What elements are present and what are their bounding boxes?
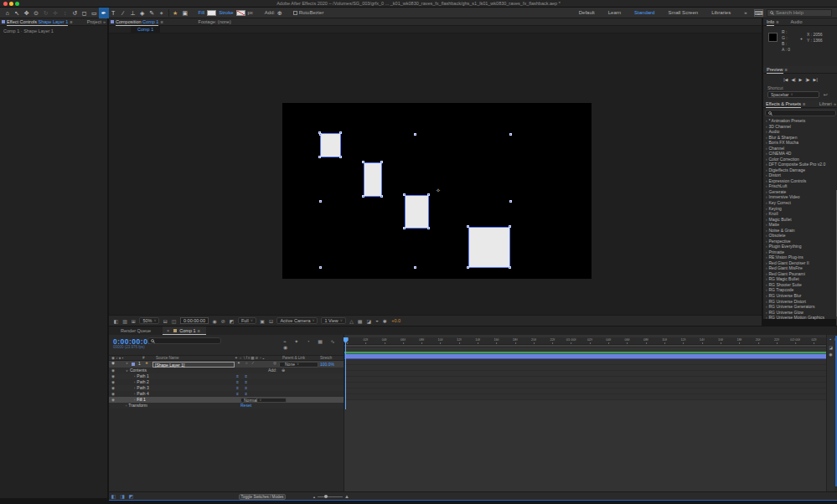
twirl-icon[interactable]: › bbox=[766, 157, 767, 162]
previous-frame-button[interactable]: ◀| bbox=[791, 77, 795, 82]
twirl-icon[interactable]: › bbox=[766, 244, 767, 249]
twirl-icon[interactable]: › bbox=[766, 207, 767, 211]
tab-info[interactable]: Info bbox=[767, 18, 774, 26]
twirl-icon[interactable]: › bbox=[766, 212, 767, 216]
path-toggle-icons[interactable]: ≡ ≡ bbox=[236, 391, 250, 397]
twirl-icon[interactable]: › bbox=[766, 168, 767, 172]
add-label[interactable]: Add: bbox=[265, 10, 275, 15]
exposure-value[interactable]: +0.0 bbox=[391, 318, 400, 323]
tab-preview[interactable]: Preview bbox=[767, 66, 783, 74]
twirl-icon[interactable]: › bbox=[766, 250, 767, 255]
effects-category[interactable]: ›RG Universe Motion Graphics bbox=[763, 315, 835, 321]
zoom-out-mountain-icon[interactable]: ▲ bbox=[313, 495, 316, 499]
twirl-icon[interactable]: › bbox=[766, 173, 767, 177]
expand-render-icon[interactable]: ◨ bbox=[120, 494, 125, 499]
reset-link[interactable]: Reset bbox=[240, 403, 251, 409]
shape-star-icon[interactable]: ★ bbox=[171, 8, 181, 18]
twirl-icon[interactable]: › bbox=[766, 162, 767, 167]
roto-brush-tool[interactable]: ✎ bbox=[147, 8, 158, 18]
stroke-swatch[interactable] bbox=[236, 10, 245, 16]
twirl-icon[interactable]: › bbox=[766, 201, 767, 205]
layer-row-shape-layer-1[interactable]: ◉ ∨ 1 ★ [Shape Layer 1] ✦ ☼ ∕ ◎ None ˅ 1… bbox=[109, 361, 344, 368]
tab-render-queue[interactable]: Render Queue bbox=[121, 328, 151, 333]
twirl-icon[interactable]: › bbox=[766, 184, 767, 188]
twirl-icon[interactable]: › bbox=[766, 294, 767, 298]
panel-menu-icon[interactable]: ≡ bbox=[776, 19, 778, 24]
work-area-bar[interactable] bbox=[344, 345, 830, 347]
grid-guides-icon[interactable]: ⊟ bbox=[163, 318, 168, 324]
workspace-standard[interactable]: Standard bbox=[634, 10, 654, 15]
twirl-icon[interactable]: › bbox=[766, 119, 767, 123]
row-path-1[interactable]: ◉›Path 1≡ ≡ bbox=[109, 373, 344, 379]
path-toggle-icons[interactable]: ≡ ≡ bbox=[236, 373, 250, 379]
twirl-icon[interactable]: › bbox=[766, 261, 767, 265]
layer-switches[interactable]: ✦ ☼ ∕ bbox=[237, 361, 255, 365]
close-window-icon[interactable] bbox=[3, 2, 8, 6]
rectangle-tool[interactable]: ▭ bbox=[90, 8, 100, 18]
pixel-aspect-icon[interactable]: ▥ bbox=[122, 318, 127, 324]
twirl-icon[interactable]: › bbox=[766, 234, 767, 238]
visibility-icon[interactable]: ◉ bbox=[111, 397, 115, 403]
row-path-4[interactable]: ◉›Path 4≡ ≡ bbox=[109, 391, 344, 397]
tab-effects-presets[interactable]: Effects & Presets bbox=[766, 100, 801, 108]
parent-pickwhip-icon[interactable]: ◎ bbox=[273, 361, 276, 365]
puppet-pin-tool[interactable]: ⌖ bbox=[157, 8, 167, 18]
workspace-overflow-icon[interactable]: » bbox=[744, 10, 747, 15]
composition-viewer[interactable]: ✧ bbox=[109, 33, 762, 315]
pixel-aspect-correction-icon[interactable]: △ bbox=[349, 318, 354, 324]
tab-project[interactable]: Project bbox=[87, 19, 101, 24]
visibility-icon[interactable]: ◉ bbox=[111, 385, 115, 391]
expand-transfer-icon[interactable]: ◩ bbox=[129, 494, 134, 499]
panel-overflow-icon[interactable]: » bbox=[834, 101, 836, 106]
blend-mode-dropdown[interactable]: Normal ˅ bbox=[240, 398, 287, 403]
workspace-libraries[interactable]: Libraries bbox=[711, 10, 731, 15]
twirl-icon[interactable]: › bbox=[766, 288, 767, 292]
twirl-icon[interactable]: › bbox=[134, 398, 135, 402]
flowchart-icon[interactable]: ◒ bbox=[375, 318, 379, 323]
tab-effect-controls[interactable]: Effect Controls Shape Layer 1 bbox=[7, 18, 68, 26]
panel-menu-icon[interactable]: ≡ bbox=[198, 328, 200, 333]
zoom-window-icon[interactable] bbox=[15, 2, 19, 6]
snapshot-icon[interactable]: ◉ bbox=[212, 318, 216, 324]
always-preview-icon[interactable]: ◧ bbox=[114, 318, 119, 324]
fill-swatch[interactable] bbox=[207, 10, 216, 16]
panel-overflow-icon[interactable]: » bbox=[103, 19, 106, 24]
zoom-thumb[interactable] bbox=[324, 495, 328, 498]
workspace-default[interactable]: Default bbox=[579, 10, 595, 15]
last-frame-button[interactable]: ▶| bbox=[814, 77, 818, 82]
twirl-icon[interactable]: › bbox=[766, 141, 767, 145]
twirl-icon[interactable]: › bbox=[134, 374, 135, 378]
magnification-icon[interactable]: ⊞ bbox=[132, 318, 136, 324]
layer-visibility-icon[interactable]: ◉ bbox=[111, 361, 115, 365]
home-tool[interactable]: ⌂ bbox=[3, 8, 13, 18]
stroke-width-value[interactable]: px bbox=[248, 10, 253, 15]
tab-libraries[interactable]: Librari bbox=[819, 101, 832, 106]
clone-stamp-tool[interactable]: ⊥ bbox=[128, 8, 138, 18]
add-menu-icon[interactable]: ⊕ bbox=[282, 368, 285, 373]
layer-twirl-icon[interactable]: ∨ bbox=[126, 361, 128, 365]
help-search-input[interactable]: Search Help bbox=[767, 9, 832, 17]
twirl-icon[interactable]: › bbox=[766, 316, 767, 320]
twirl-icon[interactable]: › bbox=[766, 283, 767, 287]
twirl-icon[interactable]: › bbox=[766, 218, 767, 222]
row-transform[interactable]: ›TransformReset bbox=[109, 403, 344, 409]
magnification-menu[interactable]: 50% ˅ bbox=[139, 317, 159, 324]
workspace-small-screen[interactable]: Small Screen bbox=[668, 10, 698, 15]
tool-options-icon[interactable]: ▣ bbox=[180, 8, 190, 18]
dolly-camera-tool[interactable]: ↕ bbox=[60, 8, 70, 18]
minimize-window-icon[interactable] bbox=[9, 2, 13, 6]
resolution-menu[interactable]: Full ˅ bbox=[238, 317, 256, 324]
view-layout-menu[interactable]: 1 View ˅ bbox=[321, 317, 345, 324]
stroke-label[interactable]: Stroke bbox=[219, 10, 233, 15]
toggle-switches-modes-button[interactable]: Toggle Switches / Modes bbox=[239, 494, 286, 500]
timeline-search-input[interactable] bbox=[147, 337, 221, 344]
workspace-learn[interactable]: Learn bbox=[608, 10, 621, 15]
shortcut-dropdown[interactable]: Spacebar ˅ bbox=[767, 91, 819, 98]
twirl-icon[interactable]: › bbox=[766, 130, 767, 134]
visibility-icon[interactable]: ◉ bbox=[111, 368, 115, 373]
show-snapshot-icon[interactable]: ⊘ bbox=[221, 318, 225, 324]
twirl-icon[interactable]: › bbox=[766, 305, 767, 309]
twirl-icon[interactable]: ∨ bbox=[126, 368, 128, 373]
effects-search-input[interactable] bbox=[765, 110, 836, 116]
twirl-icon[interactable]: › bbox=[766, 239, 767, 244]
